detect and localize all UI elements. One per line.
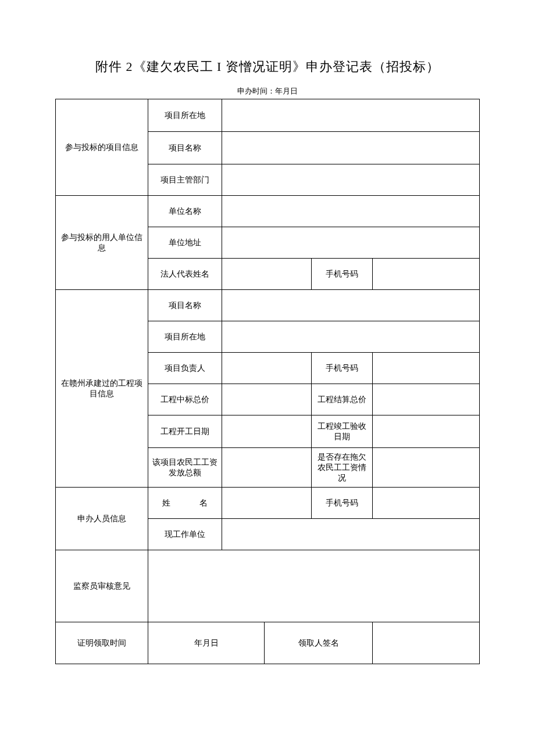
label-applicant-name-b: 名 [199, 498, 208, 508]
label-gz-project-leader: 项目负责人 [148, 353, 222, 384]
table-row: 申办人员信息 姓 名 手机号码 [56, 488, 480, 519]
label-applicant-name: 姓 名 [148, 488, 222, 519]
table-row: 参与投标的项目信息 项目所在地 [56, 99, 480, 132]
value-gz-project-name [222, 290, 480, 321]
label-unit-address: 单位地址 [148, 227, 222, 259]
value-work-unit [222, 519, 480, 550]
value-pickup-signer [373, 622, 480, 664]
label-project-department: 项目主管部门 [148, 164, 222, 196]
label-bid-total: 工程中标总价 [148, 384, 222, 415]
label-legal-rep: 法人代表姓名 [148, 259, 222, 290]
label-wage-total: 该项目农民工工资发放总额 [148, 448, 222, 488]
value-gz-project-leader [222, 353, 311, 384]
label-gz-leader-phone: 手机号码 [311, 353, 373, 384]
value-bid-total [222, 384, 311, 415]
section-bid-project: 参与投标的项目信息 [56, 99, 148, 196]
label-work-unit: 现工作单位 [148, 519, 222, 550]
value-wage-arrears [373, 448, 480, 488]
label-applicant-name-a: 姓 [162, 498, 170, 508]
table-row: 参与投标的用人单位信息 单位名称 [56, 196, 480, 227]
value-pickup-time: 年月日 [148, 622, 265, 664]
label-start-date: 工程开工日期 [148, 415, 222, 448]
value-wage-total [222, 448, 311, 488]
value-settlement-total [373, 384, 480, 415]
label-project-name: 项目名称 [148, 132, 222, 164]
value-applicant-name [222, 488, 311, 519]
apply-time-line: 申办时间：年月日 [55, 86, 480, 96]
value-applicant-phone [373, 488, 480, 519]
document-title: 附件 2《建欠农民工 I 资憎况证明》申办登记表（招投标） [55, 58, 480, 76]
value-unit-name [222, 196, 480, 227]
label-project-location: 项目所在地 [148, 99, 222, 132]
value-start-date [222, 415, 311, 448]
value-project-name [222, 132, 480, 164]
value-completion-date [373, 415, 480, 448]
label-unit-name: 单位名称 [148, 196, 222, 227]
registration-table: 参与投标的项目信息 项目所在地 项目名称 项目主管部门 参与投标的用人单位信息 … [55, 99, 480, 664]
table-row: 证明领取时间 年月日 领取人签名 [56, 622, 480, 664]
label-pickup-signer: 领取人签名 [264, 622, 373, 664]
value-project-department [222, 164, 480, 196]
label-gz-project-name: 项目名称 [148, 290, 222, 321]
value-gz-leader-phone [373, 353, 480, 384]
value-project-location [222, 99, 480, 132]
value-unit-address [222, 227, 480, 259]
value-legal-rep [222, 259, 311, 290]
label-settlement-total: 工程结算总价 [311, 384, 373, 415]
section-employer: 参与投标的用人单位信息 [56, 196, 148, 290]
section-ganzhou-project: 在赣州承建过的工程项目信息 [56, 290, 148, 488]
value-gz-project-location [222, 321, 480, 353]
table-row: 在赣州承建过的工程项目信息 项目名称 [56, 290, 480, 321]
label-gz-project-location: 项目所在地 [148, 321, 222, 353]
label-wage-arrears: 是否存在拖欠农民工工资情况 [311, 448, 373, 488]
table-row: 监察员审核意见 [56, 550, 480, 622]
section-applicant: 申办人员信息 [56, 488, 148, 550]
section-inspector: 监察员审核意见 [56, 550, 148, 622]
label-legal-rep-phone: 手机号码 [311, 259, 373, 290]
value-legal-rep-phone [373, 259, 480, 290]
value-inspector-opinion [148, 550, 480, 622]
label-pickup-time: 证明领取时间 [56, 622, 148, 664]
label-completion-date: 工程竣工验收日期 [311, 415, 373, 448]
label-applicant-phone: 手机号码 [311, 488, 373, 519]
